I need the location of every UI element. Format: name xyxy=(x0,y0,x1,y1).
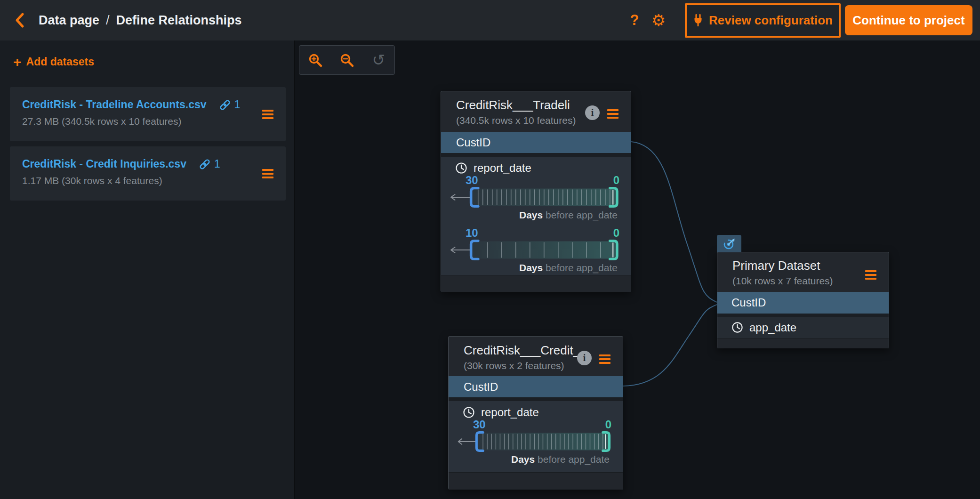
clock-icon xyxy=(463,406,475,419)
page-title: Define Relationships xyxy=(116,13,242,28)
slider-end-value: 0 xyxy=(605,418,611,431)
node-divider xyxy=(441,153,631,157)
gear-icon[interactable]: ⚙ xyxy=(645,12,672,28)
dataset-meta: 1.17 MB (30k rows x 4 features) xyxy=(22,175,276,186)
slider-unit-label: Days before app_date xyxy=(449,209,620,220)
window-slider[interactable]: 10 0 Days before app_date xyxy=(449,226,620,273)
help-icon[interactable]: ? xyxy=(624,12,645,29)
link-count-value: 1 xyxy=(214,158,220,170)
dataset-name-link[interactable]: CreditRisk - Tradeline Accounts.csv xyxy=(22,98,207,111)
slider-end-value: 0 xyxy=(613,226,619,240)
top-header: Data page / Define Relationships ? ⚙ Rev… xyxy=(0,0,980,40)
slider-track[interactable] xyxy=(456,430,612,453)
edge-inquiries-primary xyxy=(623,305,717,386)
slider-track[interactable] xyxy=(449,239,620,261)
window-slider[interactable]: 30 0 Days before app_date xyxy=(456,418,612,464)
zoom-out-icon xyxy=(339,53,354,68)
node-divider xyxy=(449,397,623,401)
dataset-name-link[interactable]: CreditRisk - Credit Inquiries.csv xyxy=(22,158,186,170)
join-key-row[interactable]: CustID xyxy=(449,376,623,397)
link-icon xyxy=(219,99,231,111)
plus-icon: + xyxy=(13,57,22,67)
node-tradeline[interactable]: CreditRisk___Tradeli (340.5k rows x 10 f… xyxy=(441,91,631,292)
dataset-meta: 27.3 MB (340.5k rows x 10 features) xyxy=(22,116,276,127)
add-datasets-button[interactable]: + Add datasets xyxy=(13,56,94,68)
join-key-row[interactable]: CustID xyxy=(441,132,631,153)
review-configuration-label: Review configuration xyxy=(709,13,833,28)
node-footer xyxy=(449,472,623,490)
slider-end-value: 0 xyxy=(613,174,619,187)
slider-start-value: 10 xyxy=(466,226,478,240)
breadcrumb-separator: / xyxy=(106,13,110,28)
relationship-canvas[interactable]: ↺ CreditRisk___Tradeli (340.5k rows x 10… xyxy=(295,40,980,499)
dataset-link-count[interactable]: 1 xyxy=(219,98,241,111)
dataset-link-count[interactable]: 1 xyxy=(199,158,220,170)
feature-name: report_date xyxy=(474,161,531,175)
node-inquiries[interactable]: CreditRisk___Credit_ (30k rows x 2 featu… xyxy=(448,336,623,490)
edge-tradeline-primary xyxy=(631,142,717,302)
info-icon[interactable]: i xyxy=(585,105,600,120)
back-button[interactable] xyxy=(7,7,33,33)
breadcrumb: Data page / Define Relationships xyxy=(39,13,242,28)
plug-icon xyxy=(693,14,703,26)
date-field-row[interactable]: app_date xyxy=(717,317,889,338)
node-body: report_date 30 0 Days before app_date xyxy=(449,401,623,472)
reset-view-button[interactable]: ↺ xyxy=(363,46,394,74)
node-header: CreditRisk___Credit_ (30k rows x 2 featu… xyxy=(449,337,623,376)
clock-icon xyxy=(731,322,743,333)
review-configuration-button[interactable]: Review configuration xyxy=(685,3,841,38)
node-divider xyxy=(717,314,889,317)
target-icon xyxy=(723,237,736,250)
node-header: Primary Dataset (10k rows x 7 features) xyxy=(717,252,889,292)
zoom-in-button[interactable] xyxy=(299,46,331,74)
slider-track[interactable] xyxy=(449,186,620,209)
reset-view-icon: ↺ xyxy=(372,52,385,68)
window-slider[interactable]: 30 0 Days before app_date xyxy=(449,174,620,220)
node-footer xyxy=(441,275,631,292)
join-key-row[interactable]: CustID xyxy=(717,292,889,314)
slider-unit-label: Days before app_date xyxy=(449,262,620,273)
date-field-name: app_date xyxy=(749,321,796,334)
clock-icon xyxy=(455,162,467,174)
node-footer xyxy=(717,338,889,348)
node-body: report_date 30 0 Days before app_date xyxy=(441,157,631,275)
link-icon xyxy=(199,158,211,170)
node-header: CreditRisk___Tradeli (340.5k rows x 10 f… xyxy=(441,91,631,132)
link-count-value: 1 xyxy=(234,98,241,111)
zoom-out-button[interactable] xyxy=(331,46,362,74)
dataset-card-inquiries: CreditRisk - Credit Inquiries.csv 1 1.17… xyxy=(10,146,286,201)
info-icon[interactable]: i xyxy=(577,351,592,365)
slider-start-value: 30 xyxy=(466,174,478,187)
zoom-in-icon xyxy=(308,53,323,68)
canvas-toolbar: ↺ xyxy=(299,45,395,75)
node-menu-icon[interactable] xyxy=(865,268,876,282)
chevron-left-icon xyxy=(14,12,26,28)
continue-to-project-button[interactable]: Continue to project xyxy=(845,5,972,35)
dataset-card-tradeline: CreditRisk - Tradeline Accounts.csv 1 27… xyxy=(10,87,286,141)
slider-start-value: 30 xyxy=(473,418,486,431)
datasets-sidebar: + Add datasets CreditRisk - Tradeline Ac… xyxy=(0,40,295,499)
breadcrumb-section[interactable]: Data page xyxy=(39,13,99,28)
primary-dataset-tab[interactable] xyxy=(717,235,741,252)
dataset-menu-icon[interactable] xyxy=(262,108,273,121)
dataset-menu-icon[interactable] xyxy=(262,167,273,180)
feature-name: report_date xyxy=(481,406,539,419)
node-primary-dataset[interactable]: Primary Dataset (10k rows x 7 features) … xyxy=(717,252,889,348)
node-menu-icon[interactable] xyxy=(599,353,610,366)
node-title: CreditRisk___Tradeli xyxy=(456,98,631,113)
slider-unit-label: Days before app_date xyxy=(456,454,612,464)
node-subtitle: (340.5k rows x 10 features) xyxy=(456,115,631,126)
node-menu-icon[interactable] xyxy=(607,107,619,121)
add-datasets-label: Add datasets xyxy=(26,56,94,68)
